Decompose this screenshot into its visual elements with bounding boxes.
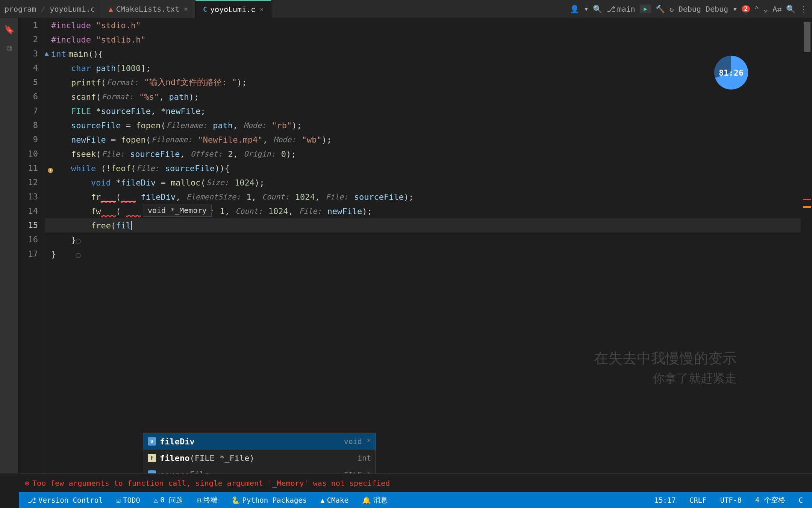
code-line-13: fr___ ( ___ fileDiv , ElementSize: 1 , C… [45, 190, 801, 204]
hint-filename-9: Filename: [151, 135, 192, 144]
chevron-up-icon[interactable]: ⌃ [754, 5, 759, 14]
status-indent[interactable]: 4 个空格 [752, 495, 788, 505]
code-line-8: sourceFile = fopen ( Filename: path , Mo… [45, 118, 801, 132]
todo-icon: ☑ [117, 496, 121, 504]
hint-file-10: File: [102, 149, 124, 158]
ac-item-fileno[interactable]: f fileno(FILE *_File) int [143, 450, 376, 466]
code-line-15[interactable]: free ( fil v fileDiv void * f fileno(FIL… [45, 218, 801, 233]
code-line-16: } [45, 233, 801, 247]
error-message: Too few arguments to function call, sing… [32, 479, 390, 488]
punc-13c: , [251, 192, 256, 202]
reload-icon[interactable]: ↻ [670, 5, 674, 14]
close-cmake-button[interactable]: ✕ [184, 5, 188, 12]
arg-mem-14: ___ [126, 207, 141, 216]
ac-name-filediv: fileDiv [160, 437, 340, 446]
status-cmake[interactable]: ▲ CMake [317, 496, 351, 504]
run-button[interactable]: ▶ [640, 5, 651, 13]
var-partial: fil [116, 221, 131, 230]
status-encoding[interactable]: UTF-8 [717, 496, 744, 504]
settings-icon[interactable]: ⋮ [800, 5, 807, 14]
code-line-7: FILE * sourceFile , * newFile ; [45, 104, 801, 118]
code-line-3: int main (){ [45, 47, 801, 61]
hint-file-13: File: [326, 192, 348, 201]
line-num-13: 13 [19, 190, 41, 204]
search-icon[interactable]: 🔍 [593, 5, 602, 14]
activity-icon-misc[interactable]: ⧉ [2, 41, 17, 56]
var-newfile: newFile [166, 106, 201, 116]
line-num-12: 12 [19, 175, 41, 190]
str-scanf: "%s" [139, 92, 159, 102]
code-line-6: scanf ( Format: "%s" , path ); [45, 90, 801, 104]
code-editor[interactable]: #include "stdio.h" #include "stdlib.h" i… [45, 18, 801, 473]
status-python-packages[interactable]: 🐍 Python Packages [228, 496, 310, 505]
ptr-12: * [116, 178, 121, 187]
punc-7: , [151, 106, 156, 116]
search2-icon[interactable]: 🔍 [786, 5, 795, 14]
punc-4: [ [116, 64, 121, 73]
line-num-1: 1 [19, 18, 41, 32]
scroll-gutter[interactable] [801, 18, 812, 473]
ac-highlight-2: fileno [160, 453, 189, 463]
hint-elemsize: ElementSize: [186, 192, 241, 201]
var-sf-13: sourceFile [354, 192, 404, 202]
code-line-10: fseek ( File: sourceFile , Offset: 2 , O… [45, 147, 801, 161]
punc-9b: , [263, 135, 268, 144]
status-python-label: Python Packages [242, 496, 307, 504]
status-issues[interactable]: ⚠ 0 问题 [151, 495, 186, 505]
arg-mem-13: ___ [121, 192, 136, 202]
tab-cmake[interactable]: ▲ CMakeLists.txt ✕ [101, 0, 195, 18]
titlebar-right: 👤 ▾ 🔍 ⎇ main ▶ 🔨 ↻ Debug Debug ▾ 2 ⌃ ⌄ A… [570, 5, 807, 14]
bell-icon: 🔔 [362, 496, 371, 505]
code-line-4: char path [ 1000 ]; [45, 61, 801, 75]
fn-fseek: fseek [71, 149, 96, 159]
code-line-17: } [45, 247, 801, 261]
debug-dropdown[interactable]: Debug ▾ [706, 5, 737, 14]
str-printf: "输入ndf文件的路径: " [144, 77, 237, 88]
ac-type-filediv: void * [344, 437, 371, 446]
line-num-15: 15 [19, 218, 41, 233]
translate-icon[interactable]: A⇄ [773, 5, 782, 14]
ac-icon-var-3: v [148, 470, 156, 473]
tooltip-memory: void *_Memory [143, 204, 212, 217]
var-sf-10: sourceFile [130, 149, 180, 159]
ac-item-sourcefile[interactable]: v sourceFile FILE * [143, 466, 376, 473]
str-newfile: "NewFile.mp4" [198, 135, 263, 144]
ac-item-filediv[interactable]: v fileDiv void * [143, 433, 376, 450]
error-count: 2 [742, 5, 750, 12]
ac-type-fileno: int [358, 453, 371, 462]
build-icon[interactable]: 🔨 [656, 5, 665, 14]
tab-yoyo[interactable]: C yoyoLumi.c ✕ [195, 0, 271, 18]
num-0: 0 [281, 149, 286, 159]
status-bar: ⎇ Version Control ☑ TODO ⚠ 0 问题 ⊡ 终端 🐍 P… [19, 492, 812, 508]
status-cmake-label: CMake [327, 496, 348, 504]
fn-feof: feof [111, 164, 131, 173]
punc-6c: ); [189, 92, 199, 102]
activity-bar: 🔖 ⧉ [0, 18, 19, 473]
hint-file-14: File: [299, 207, 321, 216]
hint-filename-8: Filename: [167, 121, 207, 130]
status-lang[interactable]: C [796, 496, 806, 504]
status-version-control[interactable]: ⎇ Version Control [25, 496, 106, 504]
progress-circle: 81:26 [714, 56, 748, 90]
fn-free: free [91, 221, 111, 230]
status-line-ending[interactable]: CRLF [686, 496, 710, 504]
scroll-thumb[interactable] [804, 22, 810, 52]
lang-label: C [799, 496, 803, 504]
status-todo[interactable]: ☑ TODO [114, 496, 143, 504]
punc-15a: ( [111, 221, 116, 230]
line-num-4: 4 [19, 61, 41, 75]
status-terminal[interactable]: ⊡ 终端 [194, 495, 220, 505]
fn-scanf: scanf [71, 92, 96, 102]
activity-icon-bookmarks[interactable]: 🔖 [2, 22, 17, 37]
program-label: program [5, 5, 36, 14]
chevron-down-icon[interactable]: ⌄ [764, 5, 768, 14]
var-sourcefile-8: sourceFile [71, 121, 121, 130]
punc-8c: ); [292, 121, 302, 130]
status-cursor-pos[interactable]: 15:17 [651, 496, 679, 504]
status-messages[interactable]: 🔔 消息 [359, 495, 391, 505]
line-num-17: 17 [19, 247, 41, 261]
git-branch-icon: ⎇ main [607, 5, 635, 14]
punc-14d: , [288, 207, 293, 216]
breakpoint-glyph-16 [75, 234, 81, 246]
close-yoyo-button[interactable]: ✕ [260, 6, 264, 13]
